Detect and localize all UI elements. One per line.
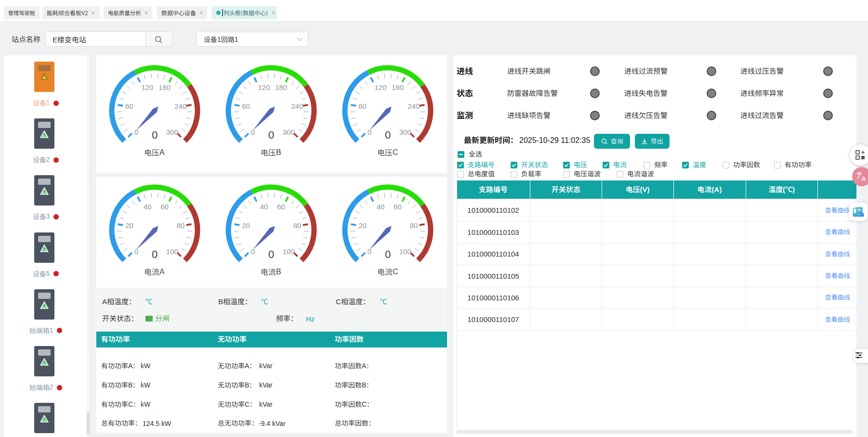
svg-text:120: 120	[374, 83, 386, 91]
svg-text:0: 0	[251, 247, 255, 256]
svg-text:0: 0	[134, 247, 138, 256]
svg-text:80: 80	[410, 221, 418, 230]
svg-text:180: 180	[392, 83, 404, 91]
svg-text:60: 60	[277, 203, 285, 211]
svg-text:0: 0	[134, 128, 138, 136]
svg-text:100: 100	[283, 247, 295, 256]
svg-text:60: 60	[358, 102, 367, 110]
svg-text:240: 240	[291, 102, 303, 110]
svg-text:60: 60	[394, 203, 402, 211]
svg-text:40: 40	[377, 203, 385, 211]
svg-text:0: 0	[251, 128, 255, 136]
svg-text:240: 240	[408, 102, 420, 110]
svg-text:300: 300	[283, 128, 295, 136]
svg-text:20: 20	[125, 221, 133, 230]
svg-text:180: 180	[275, 83, 287, 91]
svg-text:100: 100	[399, 247, 411, 256]
svg-text:80: 80	[177, 221, 185, 230]
svg-text:60: 60	[160, 203, 169, 211]
svg-text:20: 20	[242, 221, 250, 230]
svg-text:120: 120	[258, 83, 270, 91]
svg-text:0: 0	[368, 247, 371, 256]
svg-text:300: 300	[166, 128, 178, 136]
svg-text:100: 100	[166, 247, 178, 256]
svg-text:A: A	[862, 176, 866, 182]
svg-text:40: 40	[260, 203, 268, 211]
svg-text:60: 60	[125, 102, 133, 110]
svg-text:180: 180	[158, 83, 171, 91]
svg-text:120: 120	[141, 83, 153, 91]
svg-text:60: 60	[242, 102, 250, 110]
svg-text:80: 80	[293, 221, 302, 230]
svg-text:300: 300	[399, 128, 411, 136]
svg-text:240: 240	[174, 102, 186, 110]
svg-text:40: 40	[144, 203, 152, 211]
svg-text:0: 0	[368, 128, 371, 136]
svg-text:20: 20	[358, 221, 367, 230]
